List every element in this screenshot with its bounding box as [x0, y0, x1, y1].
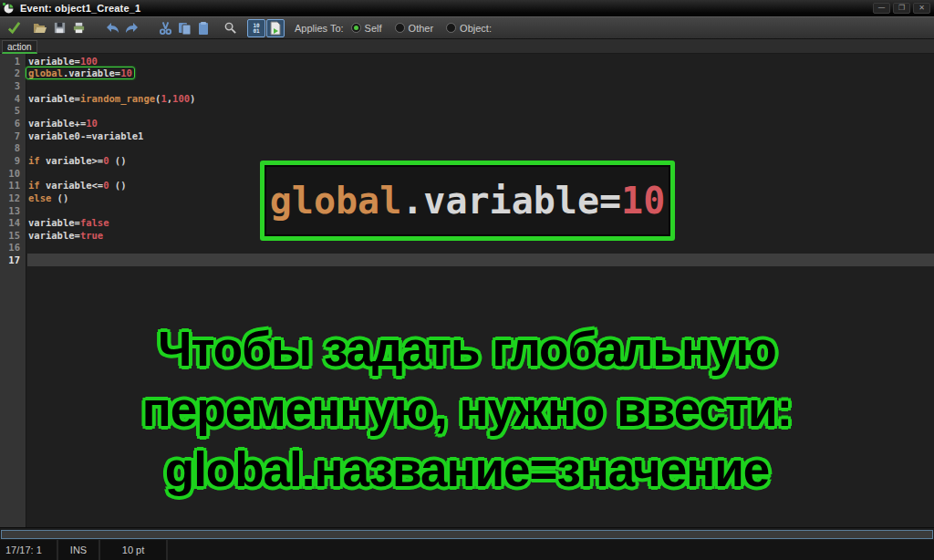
redo-button[interactable] [122, 19, 140, 37]
code-text: if variable<=0 () [28, 180, 127, 191]
highlighted-code-box: global.variable=10 [26, 67, 135, 79]
code-token: variable= [28, 230, 80, 241]
line-number: 17 [0, 254, 22, 265]
line-number: 13 [0, 205, 22, 216]
code-line[interactable]: 5 [0, 105, 934, 118]
code-token: if [28, 180, 40, 191]
minimize-button[interactable]: — [873, 3, 890, 14]
radio-self[interactable]: Self [351, 23, 382, 34]
window-title: Event: object1_Create_1 [20, 3, 140, 14]
save-floppy-icon [53, 21, 67, 35]
code-text: variable0-=variable1 [28, 130, 143, 141]
printer-icon [72, 21, 86, 35]
apply-button[interactable] [5, 19, 23, 37]
radio-other[interactable]: Other [395, 23, 434, 34]
code-token: 10 [86, 118, 98, 129]
print-button[interactable] [69, 19, 88, 37]
redo-icon [124, 21, 140, 35]
code-line[interactable]: 7variable0-=variable1 [0, 130, 934, 142]
line-numbers-icon: 10 01 [253, 23, 259, 34]
radio-object-circle-icon [446, 23, 456, 33]
code-token: () [51, 192, 68, 203]
status-bar: 17/17: 1 INS 10 pt [0, 540, 934, 560]
scrollbar-thumb[interactable] [1, 530, 933, 539]
check-icon [7, 21, 21, 35]
status-insert-mode: INS [58, 540, 100, 560]
paste-button[interactable] [194, 19, 213, 37]
caption-line-3: global.название=значение [0, 440, 934, 500]
scissors-icon [159, 21, 172, 36]
script-view-toggle[interactable] [266, 19, 285, 37]
code-token: variable>= [40, 155, 104, 166]
radio-self-label: Self [365, 23, 382, 34]
undo-icon [105, 21, 120, 35]
save-button[interactable] [50, 19, 68, 37]
code-token: 10 [120, 67, 132, 78]
code-token: variable0-=variable1 [28, 130, 143, 141]
radio-object[interactable]: Object: [446, 23, 492, 34]
line-number: 5 [0, 105, 22, 116]
code-text: variable=true [28, 230, 103, 241]
copy-icon [177, 21, 192, 36]
open-button[interactable] [31, 19, 49, 37]
line-number: 7 [0, 130, 22, 141]
radio-other-label: Other [409, 23, 434, 34]
code-line[interactable]: 2global.variable=10 [0, 67, 934, 80]
code-token: variable<= [40, 180, 104, 191]
code-token: () [109, 155, 127, 166]
code-line[interactable]: 8 [0, 141, 934, 154]
script-page-icon [269, 21, 282, 36]
radio-self-circle-icon [351, 23, 361, 33]
toolbar: 10 01 Applies To: Self Other Object: [0, 16, 934, 39]
paste-icon [196, 21, 211, 36]
code-line[interactable]: 6variable+=10 [0, 117, 934, 130]
code-token: variable= [28, 56, 80, 67]
line-number: 11 [0, 180, 22, 191]
tab-strip: action [0, 39, 934, 54]
code-token: else [28, 192, 51, 203]
caption-line-1: Чтобы задать глобальную [0, 319, 934, 379]
code-text: variable=irandom_range(1,100) [28, 93, 195, 104]
status-cursor-position: 17/17: 1 [0, 540, 58, 560]
code-token: variable= [28, 217, 80, 228]
cut-button[interactable] [156, 19, 174, 37]
applies-to-label: Applies To: [295, 23, 344, 34]
restore-button[interactable]: ❐ [893, 3, 910, 14]
radio-object-label: Object: [460, 23, 492, 34]
horizontal-scrollbar[interactable] [0, 527, 934, 540]
current-code-line[interactable]: 17 [0, 254, 934, 266]
code-line[interactable]: 16 [0, 242, 934, 254]
code-line[interactable]: 4variable=irandom_range(1,100) [0, 92, 934, 105]
line-number: 6 [0, 118, 22, 129]
code-token: ) [190, 93, 195, 104]
undo-button[interactable] [103, 19, 121, 37]
copy-button[interactable] [175, 19, 193, 37]
magnified-snippet-overlay: global.variable=10 [260, 161, 675, 241]
line-number: 14 [0, 217, 22, 228]
code-text: variable=false [28, 217, 109, 228]
status-font-size: 10 pt [100, 540, 168, 560]
close-button[interactable]: ✕ [913, 3, 930, 14]
code-token: .variable= [401, 180, 621, 222]
line-number: 15 [0, 230, 22, 241]
code-token: variable+= [28, 118, 86, 129]
window-titlebar: Event: object1_Create_1 — ❐ ✕ [0, 0, 934, 16]
line-numbers-toggle[interactable]: 10 01 [247, 19, 265, 37]
code-token: global [28, 67, 63, 78]
code-text: else () [28, 192, 68, 203]
caption-line-2: переменную, нужно ввести: [0, 379, 934, 440]
code-editor[interactable]: 1variable=1002global.variable=1034variab… [0, 54, 934, 527]
line-number: 3 [0, 80, 22, 91]
find-button[interactable] [221, 19, 239, 37]
code-text: variable=100 [28, 56, 98, 67]
code-line[interactable]: 3 [0, 79, 934, 92]
code-token: variable= [28, 93, 80, 104]
radio-other-circle-icon [395, 23, 405, 33]
line-number: 12 [0, 192, 22, 203]
code-token: if [28, 155, 40, 166]
tab-action[interactable]: action [2, 40, 37, 54]
code-text: variable+=10 [28, 118, 98, 129]
code-token: 10 [621, 180, 665, 222]
code-token: true [80, 230, 103, 241]
code-line[interactable]: 1variable=100 [0, 55, 934, 67]
